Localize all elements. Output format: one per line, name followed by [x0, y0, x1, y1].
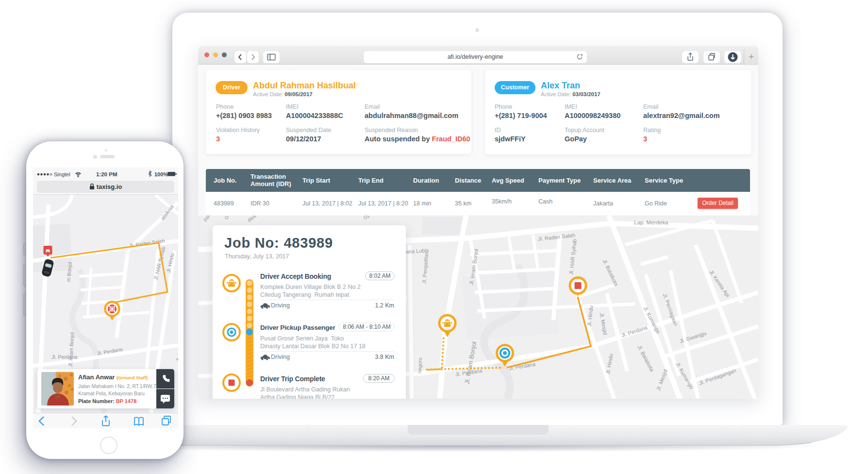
svg-text:negoro: negoro — [417, 357, 423, 373]
svg-text:Lap. Merdeka: Lap. Merdeka — [634, 220, 668, 225]
svg-text:Jl. Perdana: Jl. Perdana — [51, 354, 77, 360]
svg-text:1:20 PM: 1:20 PM — [96, 171, 117, 177]
svg-text:Singtel: Singtel — [54, 171, 70, 177]
svg-text:100%: 100% — [154, 171, 168, 177]
